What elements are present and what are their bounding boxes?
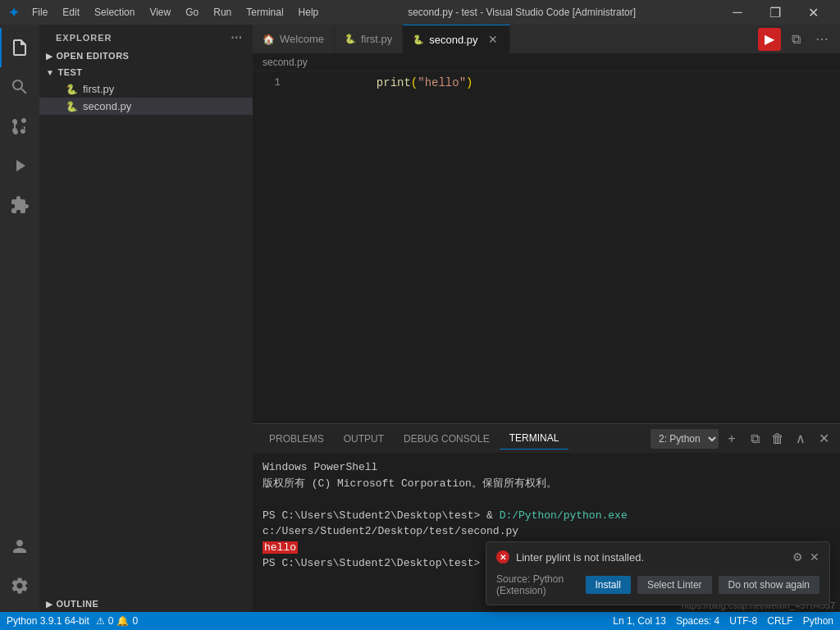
status-bar-right: Ln 1, Col 13 Spaces: 4 UTF-8 CRLF Python <box>613 615 833 627</box>
terminal-right: 2: Python + ⧉ 🗑 ∧ ✕ <box>651 429 833 449</box>
sidebar: EXPLORER ⋯ ▶ OPEN EDITORS ▼ TEST 🐍 first… <box>39 25 253 612</box>
menu-edit[interactable]: Edit <box>56 4 86 21</box>
outline-section: ▶ OUTLINE <box>39 596 253 612</box>
toast-header: ✕ Linter pylint is not installed. ⚙ ✕ <box>486 542 829 568</box>
select-linter-button[interactable]: Select Linter <box>637 576 712 594</box>
python-file-icon-2: 🐍 <box>66 101 78 112</box>
file-first-py-label: first.py <box>83 83 114 95</box>
terminal-close-button[interactable]: ✕ <box>814 429 833 449</box>
explorer-icon[interactable] <box>0 28 39 67</box>
error-count: 0 <box>108 615 114 627</box>
close-button[interactable]: ✕ <box>794 0 832 25</box>
sidebar-title: EXPLORER <box>56 33 112 43</box>
terminal-line-1: Windows PowerShell <box>262 459 830 476</box>
menu-view[interactable]: View <box>143 4 177 21</box>
outline-label: OUTLINE <box>57 599 99 609</box>
activity-bar <box>0 25 39 612</box>
test-folder-header[interactable]: ▼ TEST <box>39 64 253 80</box>
extensions-activity-icon[interactable] <box>0 185 39 225</box>
terminal-tab-output[interactable]: OUTPUT <box>334 428 394 450</box>
window-title: second.py - test - Visual Studio Code [A… <box>325 7 719 18</box>
run-debug-activity-icon[interactable] <box>0 146 39 185</box>
code-line-1: 1 print("hello") <box>253 75 840 90</box>
menu-go[interactable]: Go <box>179 4 205 21</box>
cursor-position-status[interactable]: Ln 1, Col 13 <box>613 615 666 627</box>
line-number-1: 1 <box>253 76 294 89</box>
status-bar: Python 3.9.1 64-bit ⚠ 0 🔔 0 Ln 1, Col 13… <box>0 612 840 630</box>
toast-settings-icon[interactable]: ⚙ <box>792 550 803 564</box>
split-editor-button[interactable]: ⧉ <box>784 28 807 51</box>
open-editors-section: ▶ OPEN EDITORS <box>39 48 253 64</box>
status-bar-left: Python 3.9.1 64-bit ⚠ 0 🔔 0 <box>7 615 138 627</box>
sidebar-more-icon[interactable]: ⋯ <box>231 31 243 44</box>
tab-second-py-close[interactable]: ✕ <box>486 33 500 46</box>
minimize-button[interactable]: ─ <box>719 0 756 25</box>
menu-terminal[interactable]: Terminal <box>240 4 290 21</box>
indentation-status[interactable]: Spaces: 4 <box>676 615 719 627</box>
python-version-status[interactable]: Python 3.9.1 64-bit <box>7 615 89 627</box>
terminal-new-button[interactable]: + <box>722 429 742 449</box>
accounts-activity-icon[interactable] <box>0 527 39 566</box>
file-first-py[interactable]: 🐍 first.py <box>39 80 253 98</box>
search-activity-icon[interactable] <box>0 67 39 107</box>
terminal-split-button[interactable]: ⧉ <box>745 429 765 449</box>
terminal-tab-terminal[interactable]: TERMINAL <box>500 427 569 450</box>
terminal-maximize-button[interactable]: ∧ <box>791 429 810 449</box>
title-bar-left: ✦ File Edit Selection View Go Run Termin… <box>8 4 325 21</box>
tab-first-py-label: first.py <box>361 33 392 45</box>
python-file-icon: 🐍 <box>66 84 78 95</box>
language-mode-status[interactable]: Python <box>803 615 833 627</box>
terminal-delete-button[interactable]: 🗑 <box>768 429 788 449</box>
encoding-status[interactable]: UTF-8 <box>729 615 757 627</box>
warning-icon: 🔔 <box>116 615 129 627</box>
terminal-line-3 <box>262 491 830 508</box>
menu-help[interactable]: Help <box>292 4 326 21</box>
tabs-bar: 🏠 Welcome 🐍 first.py 🐍 second.py ✕ ▶ ⧉ ⋯ <box>253 25 840 53</box>
toast-close-icon[interactable]: ✕ <box>810 550 819 564</box>
toast-footer: Source: Python (Extension) Install Selec… <box>486 568 829 605</box>
line-content-1: print("hello") <box>294 71 840 103</box>
tabs-actions: ▶ ⧉ ⋯ <box>758 25 840 53</box>
tab-welcome-icon: 🏠 <box>262 34 275 45</box>
activity-bar-bottom <box>0 527 39 612</box>
menu-run[interactable]: Run <box>207 4 238 21</box>
outline-header[interactable]: ▶ OUTLINE <box>39 596 253 612</box>
terminal-instance-select[interactable]: 2: Python <box>651 429 719 449</box>
tab-first-py[interactable]: 🐍 first.py <box>335 25 403 53</box>
install-button[interactable]: Install <box>586 576 631 594</box>
settings-activity-icon[interactable] <box>0 566 39 605</box>
toast-error-icon: ✕ <box>496 550 509 564</box>
menu-file[interactable]: File <box>25 4 54 21</box>
errors-warnings-status[interactable]: ⚠ 0 🔔 0 <box>96 615 138 627</box>
tab-welcome-label: Welcome <box>280 33 324 45</box>
test-folder-chevron: ▼ <box>46 68 54 77</box>
sidebar-files: 🐍 first.py 🐍 second.py <box>39 80 253 115</box>
notification-toast: ✕ Linter pylint is not installed. ⚙ ✕ So… <box>486 541 830 605</box>
file-second-py[interactable]: 🐍 second.py <box>39 98 253 115</box>
open-editors-header[interactable]: ▶ OPEN EDITORS <box>39 48 253 64</box>
tab-first-py-icon: 🐍 <box>345 34 356 44</box>
terminal-tab-debug-console[interactable]: DEBUG CONSOLE <box>394 428 500 450</box>
error-icon: ⚠ <box>96 615 105 627</box>
test-folder-label: TEST <box>57 67 82 77</box>
outline-chevron: ▶ <box>46 600 53 609</box>
run-file-button[interactable]: ▶ <box>758 28 781 51</box>
title-bar-controls: ─ ❐ ✕ <box>719 0 832 25</box>
line-ending-status[interactable]: CRLF <box>767 615 792 627</box>
open-editors-chevron: ▶ <box>46 52 53 61</box>
tab-second-py[interactable]: 🐍 second.py ✕ <box>403 25 509 53</box>
maximize-button[interactable]: ❐ <box>756 0 794 25</box>
title-bar: ✦ File Edit Selection View Go Run Termin… <box>0 0 840 25</box>
more-tab-actions-button[interactable]: ⋯ <box>810 28 833 51</box>
do-not-show-button[interactable]: Do not show again <box>719 576 819 594</box>
test-folder-section: ▼ TEST 🐍 first.py 🐍 second.py <box>39 64 253 115</box>
tab-welcome[interactable]: 🏠 Welcome <box>253 25 335 53</box>
terminal-line-2: 版权所有 (C) Microsoft Corporation。保留所有权利。 <box>262 476 830 492</box>
menu-selection[interactable]: Selection <box>88 4 141 21</box>
terminal-tab-problems[interactable]: PROBLEMS <box>259 428 334 450</box>
editor-terminal-split: 1 print("hello") PROBLEMS OUTPUT DEBUG C… <box>253 71 840 612</box>
terminal-tabs: PROBLEMS OUTPUT DEBUG CONSOLE TERMINAL 2… <box>253 424 840 453</box>
code-editor[interactable]: 1 print("hello") <box>253 71 840 423</box>
file-second-py-label: second.py <box>83 100 131 112</box>
source-control-activity-icon[interactable] <box>0 107 39 146</box>
